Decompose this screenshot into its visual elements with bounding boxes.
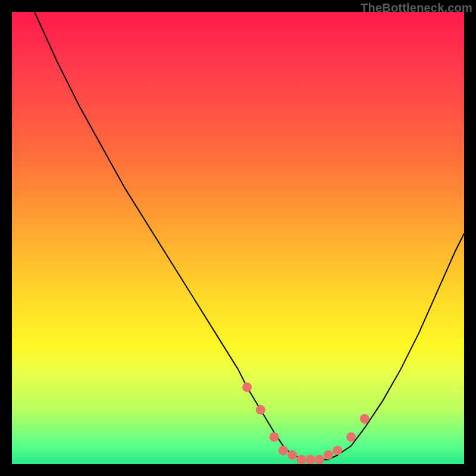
- highlight-dot: [346, 432, 356, 441]
- highlight-dots-group: [242, 383, 369, 464]
- highlight-dot: [270, 432, 279, 441]
- highlight-dot: [287, 450, 297, 460]
- highlight-dot: [242, 383, 252, 392]
- highlight-dot: [256, 405, 265, 415]
- chart-frame: TheBottleneck.com: [0, 0, 476, 476]
- highlight-dot: [315, 455, 324, 464]
- highlight-dot: [296, 455, 306, 464]
- highlight-dot: [360, 414, 369, 424]
- chart-plot-area: [12, 12, 464, 464]
- chart-svg: [12, 12, 464, 464]
- highlight-dot: [324, 450, 333, 460]
- highlight-dot: [278, 446, 288, 455]
- highlight-dot: [333, 446, 342, 455]
- highlight-dot: [306, 455, 315, 464]
- bottleneck-curve: [35, 12, 464, 459]
